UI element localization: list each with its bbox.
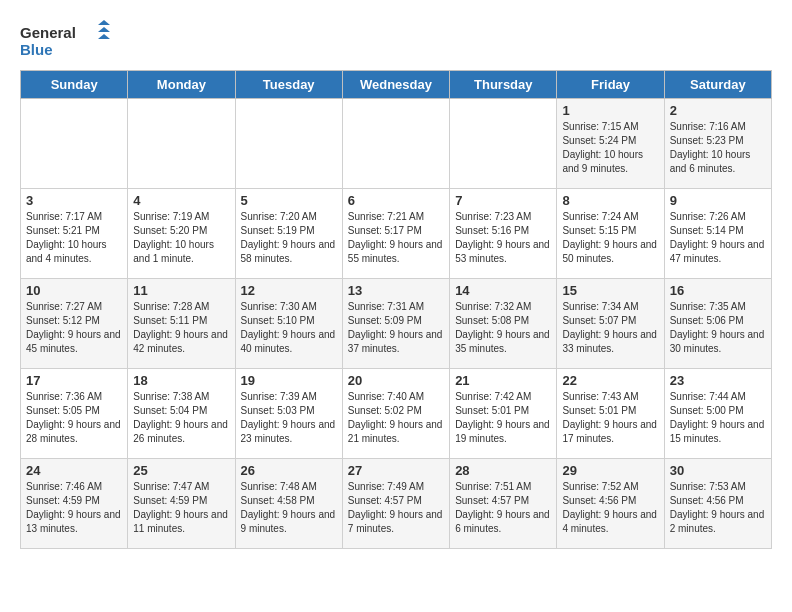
day-info: Sunrise: 7:40 AM Sunset: 5:02 PM Dayligh…: [348, 390, 444, 446]
day-number: 15: [562, 283, 658, 298]
calendar-cell: 11Sunrise: 7:28 AM Sunset: 5:11 PM Dayli…: [128, 279, 235, 369]
page-header: General Blue: [20, 20, 772, 60]
day-number: 23: [670, 373, 766, 388]
calendar-cell: 22Sunrise: 7:43 AM Sunset: 5:01 PM Dayli…: [557, 369, 664, 459]
day-info: Sunrise: 7:31 AM Sunset: 5:09 PM Dayligh…: [348, 300, 444, 356]
day-info: Sunrise: 7:23 AM Sunset: 5:16 PM Dayligh…: [455, 210, 551, 266]
calendar-cell: 1Sunrise: 7:15 AM Sunset: 5:24 PM Daylig…: [557, 99, 664, 189]
weekday-header: Thursday: [450, 71, 557, 99]
svg-text:Blue: Blue: [20, 41, 53, 58]
day-number: 26: [241, 463, 337, 478]
day-info: Sunrise: 7:28 AM Sunset: 5:11 PM Dayligh…: [133, 300, 229, 356]
day-info: Sunrise: 7:34 AM Sunset: 5:07 PM Dayligh…: [562, 300, 658, 356]
weekday-header: Wednesday: [342, 71, 449, 99]
calendar-cell: 4Sunrise: 7:19 AM Sunset: 5:20 PM Daylig…: [128, 189, 235, 279]
day-number: 29: [562, 463, 658, 478]
weekday-header: Tuesday: [235, 71, 342, 99]
logo-svg: General Blue: [20, 20, 110, 60]
day-info: Sunrise: 7:35 AM Sunset: 5:06 PM Dayligh…: [670, 300, 766, 356]
day-info: Sunrise: 7:49 AM Sunset: 4:57 PM Dayligh…: [348, 480, 444, 536]
weekday-header: Friday: [557, 71, 664, 99]
calendar-cell: 25Sunrise: 7:47 AM Sunset: 4:59 PM Dayli…: [128, 459, 235, 549]
day-info: Sunrise: 7:19 AM Sunset: 5:20 PM Dayligh…: [133, 210, 229, 266]
calendar-week-row: 10Sunrise: 7:27 AM Sunset: 5:12 PM Dayli…: [21, 279, 772, 369]
day-number: 20: [348, 373, 444, 388]
calendar-body: 1Sunrise: 7:15 AM Sunset: 5:24 PM Daylig…: [21, 99, 772, 549]
day-number: 21: [455, 373, 551, 388]
day-number: 3: [26, 193, 122, 208]
svg-marker-4: [98, 34, 110, 39]
calendar-header-row: SundayMondayTuesdayWednesdayThursdayFrid…: [21, 71, 772, 99]
calendar-table: SundayMondayTuesdayWednesdayThursdayFrid…: [20, 70, 772, 549]
calendar-cell: [128, 99, 235, 189]
day-info: Sunrise: 7:21 AM Sunset: 5:17 PM Dayligh…: [348, 210, 444, 266]
calendar-cell: [450, 99, 557, 189]
calendar-cell: 8Sunrise: 7:24 AM Sunset: 5:15 PM Daylig…: [557, 189, 664, 279]
day-number: 4: [133, 193, 229, 208]
day-number: 6: [348, 193, 444, 208]
calendar-cell: 5Sunrise: 7:20 AM Sunset: 5:19 PM Daylig…: [235, 189, 342, 279]
calendar-cell: 9Sunrise: 7:26 AM Sunset: 5:14 PM Daylig…: [664, 189, 771, 279]
calendar-cell: 21Sunrise: 7:42 AM Sunset: 5:01 PM Dayli…: [450, 369, 557, 459]
day-number: 11: [133, 283, 229, 298]
calendar-cell: [21, 99, 128, 189]
calendar-cell: 20Sunrise: 7:40 AM Sunset: 5:02 PM Dayli…: [342, 369, 449, 459]
day-info: Sunrise: 7:15 AM Sunset: 5:24 PM Dayligh…: [562, 120, 658, 176]
day-info: Sunrise: 7:16 AM Sunset: 5:23 PM Dayligh…: [670, 120, 766, 176]
calendar-week-row: 24Sunrise: 7:46 AM Sunset: 4:59 PM Dayli…: [21, 459, 772, 549]
day-number: 17: [26, 373, 122, 388]
day-info: Sunrise: 7:26 AM Sunset: 5:14 PM Dayligh…: [670, 210, 766, 266]
calendar-cell: 12Sunrise: 7:30 AM Sunset: 5:10 PM Dayli…: [235, 279, 342, 369]
day-info: Sunrise: 7:27 AM Sunset: 5:12 PM Dayligh…: [26, 300, 122, 356]
svg-marker-3: [98, 27, 110, 32]
calendar-cell: 18Sunrise: 7:38 AM Sunset: 5:04 PM Dayli…: [128, 369, 235, 459]
calendar-cell: 28Sunrise: 7:51 AM Sunset: 4:57 PM Dayli…: [450, 459, 557, 549]
day-number: 2: [670, 103, 766, 118]
calendar-cell: 15Sunrise: 7:34 AM Sunset: 5:07 PM Dayli…: [557, 279, 664, 369]
calendar-cell: 3Sunrise: 7:17 AM Sunset: 5:21 PM Daylig…: [21, 189, 128, 279]
calendar-cell: 6Sunrise: 7:21 AM Sunset: 5:17 PM Daylig…: [342, 189, 449, 279]
calendar-cell: 27Sunrise: 7:49 AM Sunset: 4:57 PM Dayli…: [342, 459, 449, 549]
day-info: Sunrise: 7:43 AM Sunset: 5:01 PM Dayligh…: [562, 390, 658, 446]
day-number: 12: [241, 283, 337, 298]
calendar-cell: 16Sunrise: 7:35 AM Sunset: 5:06 PM Dayli…: [664, 279, 771, 369]
day-info: Sunrise: 7:51 AM Sunset: 4:57 PM Dayligh…: [455, 480, 551, 536]
calendar-cell: [235, 99, 342, 189]
calendar-cell: 7Sunrise: 7:23 AM Sunset: 5:16 PM Daylig…: [450, 189, 557, 279]
calendar-cell: 23Sunrise: 7:44 AM Sunset: 5:00 PM Dayli…: [664, 369, 771, 459]
day-info: Sunrise: 7:44 AM Sunset: 5:00 PM Dayligh…: [670, 390, 766, 446]
day-number: 13: [348, 283, 444, 298]
calendar-cell: 2Sunrise: 7:16 AM Sunset: 5:23 PM Daylig…: [664, 99, 771, 189]
day-number: 24: [26, 463, 122, 478]
calendar-cell: 26Sunrise: 7:48 AM Sunset: 4:58 PM Dayli…: [235, 459, 342, 549]
calendar-cell: 24Sunrise: 7:46 AM Sunset: 4:59 PM Dayli…: [21, 459, 128, 549]
day-number: 27: [348, 463, 444, 478]
day-number: 16: [670, 283, 766, 298]
calendar-cell: 17Sunrise: 7:36 AM Sunset: 5:05 PM Dayli…: [21, 369, 128, 459]
day-info: Sunrise: 7:39 AM Sunset: 5:03 PM Dayligh…: [241, 390, 337, 446]
day-number: 10: [26, 283, 122, 298]
day-info: Sunrise: 7:36 AM Sunset: 5:05 PM Dayligh…: [26, 390, 122, 446]
day-number: 30: [670, 463, 766, 478]
calendar-cell: 14Sunrise: 7:32 AM Sunset: 5:08 PM Dayli…: [450, 279, 557, 369]
calendar-cell: 29Sunrise: 7:52 AM Sunset: 4:56 PM Dayli…: [557, 459, 664, 549]
day-number: 9: [670, 193, 766, 208]
day-number: 5: [241, 193, 337, 208]
day-info: Sunrise: 7:20 AM Sunset: 5:19 PM Dayligh…: [241, 210, 337, 266]
day-info: Sunrise: 7:32 AM Sunset: 5:08 PM Dayligh…: [455, 300, 551, 356]
day-number: 8: [562, 193, 658, 208]
day-info: Sunrise: 7:48 AM Sunset: 4:58 PM Dayligh…: [241, 480, 337, 536]
day-info: Sunrise: 7:42 AM Sunset: 5:01 PM Dayligh…: [455, 390, 551, 446]
day-info: Sunrise: 7:52 AM Sunset: 4:56 PM Dayligh…: [562, 480, 658, 536]
day-number: 7: [455, 193, 551, 208]
day-info: Sunrise: 7:47 AM Sunset: 4:59 PM Dayligh…: [133, 480, 229, 536]
logo: General Blue: [20, 20, 110, 60]
calendar-week-row: 3Sunrise: 7:17 AM Sunset: 5:21 PM Daylig…: [21, 189, 772, 279]
day-number: 18: [133, 373, 229, 388]
calendar-cell: 30Sunrise: 7:53 AM Sunset: 4:56 PM Dayli…: [664, 459, 771, 549]
day-info: Sunrise: 7:53 AM Sunset: 4:56 PM Dayligh…: [670, 480, 766, 536]
calendar-week-row: 17Sunrise: 7:36 AM Sunset: 5:05 PM Dayli…: [21, 369, 772, 459]
calendar-cell: 13Sunrise: 7:31 AM Sunset: 5:09 PM Dayli…: [342, 279, 449, 369]
day-info: Sunrise: 7:24 AM Sunset: 5:15 PM Dayligh…: [562, 210, 658, 266]
calendar-week-row: 1Sunrise: 7:15 AM Sunset: 5:24 PM Daylig…: [21, 99, 772, 189]
